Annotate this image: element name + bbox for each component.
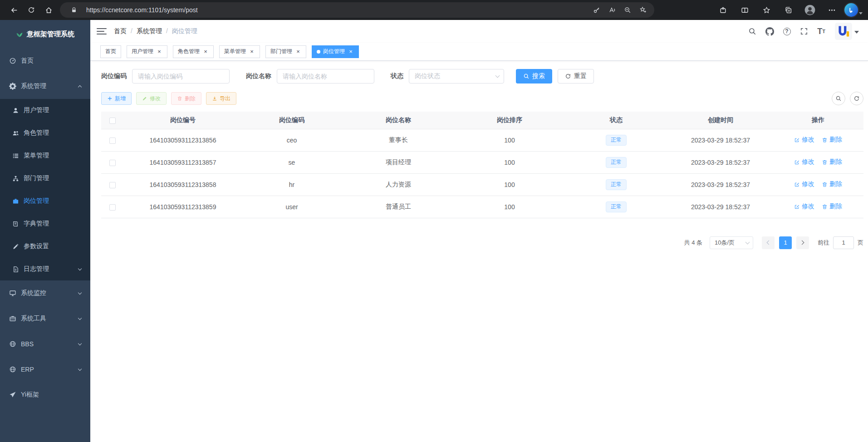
password-key-icon[interactable]: [589, 3, 604, 17]
user-avatar-menu[interactable]: [835, 23, 859, 40]
row-checkbox[interactable]: [109, 138, 116, 144]
sidebar-toggle[interactable]: [97, 27, 107, 35]
post-code-input[interactable]: [132, 69, 230, 83]
favorites-icon[interactable]: [757, 2, 775, 18]
chevron-down-icon: [78, 316, 82, 319]
github-icon[interactable]: [762, 24, 777, 39]
table-row[interactable]: 1641030593112313856 ceo 董事长 100 正常 2023-…: [101, 129, 863, 151]
extensions-icon[interactable]: [714, 2, 732, 18]
sidebar-item-param-settings[interactable]: 参数设置: [0, 235, 90, 258]
row-edit-link[interactable]: 修改: [794, 136, 814, 144]
sidebar-item-yi-framework[interactable]: Yi框架: [0, 382, 90, 408]
page-size-select[interactable]: 10条/页: [710, 236, 753, 249]
table-row[interactable]: 1641030593112313858 hr 人力资源 100 正常 2023-…: [101, 173, 863, 196]
sidebar-item-user-management[interactable]: 用户管理: [0, 99, 90, 122]
sidebar-item-erp[interactable]: ERP: [0, 357, 90, 382]
row-checkbox[interactable]: [109, 204, 116, 211]
sidebar-item-bbs[interactable]: BBS: [0, 331, 90, 357]
cell-post-name: 普通员工: [342, 196, 455, 218]
close-icon[interactable]: ×: [249, 49, 255, 55]
row-delete-link[interactable]: 删除: [822, 202, 842, 211]
row-delete-link[interactable]: 删除: [822, 136, 842, 144]
sidebar-item-system-tools[interactable]: 系统工具: [0, 306, 90, 331]
sidebar-item-log-management[interactable]: 日志管理: [0, 258, 90, 280]
breadcrumb-system[interactable]: 系统管理: [137, 27, 168, 35]
sidebar-item-system-management[interactable]: 系统管理: [0, 74, 90, 99]
sidebar-item-post-management[interactable]: 岗位管理: [0, 190, 90, 212]
page-number-button[interactable]: 1: [779, 236, 792, 249]
select-all-checkbox[interactable]: [109, 118, 116, 124]
row-edit-link[interactable]: 修改: [794, 202, 814, 211]
read-aloud-icon[interactable]: [604, 3, 620, 17]
reset-button[interactable]: 重置: [558, 69, 594, 83]
post-name-label: 岗位名称: [246, 72, 271, 80]
next-page-button[interactable]: [796, 236, 809, 249]
sidebar-item-dict-management[interactable]: 字典管理: [0, 212, 90, 235]
settings-menu-icon[interactable]: [823, 2, 841, 18]
search-button[interactable]: 搜索: [516, 69, 552, 83]
tab-user-management[interactable]: 用户管理 ×: [127, 45, 167, 58]
close-icon[interactable]: ×: [156, 49, 162, 55]
close-icon[interactable]: ×: [202, 49, 209, 55]
sidebar-item-role-management[interactable]: 角色管理: [0, 122, 90, 144]
export-button[interactable]: 导出: [206, 92, 236, 105]
row-edit-link[interactable]: 修改: [794, 158, 814, 166]
fullscreen-icon[interactable]: [797, 24, 811, 39]
tab-home[interactable]: 首页: [100, 45, 121, 58]
edit-icon: [794, 137, 800, 143]
refresh-icon: [565, 73, 571, 79]
total-count: 共 4 条: [684, 239, 702, 247]
breadcrumb: 首页 系统管理 岗位管理: [114, 27, 197, 35]
browser-back-button[interactable]: [5, 2, 23, 18]
sidebar-item-system-monitor[interactable]: 系统监控: [0, 280, 90, 306]
chevron-down-icon: [78, 341, 82, 345]
app-navbar: 首页 系统管理 岗位管理 ? TT: [90, 20, 868, 43]
site-security-icon[interactable]: [66, 3, 82, 17]
delete-button[interactable]: 删除: [171, 92, 201, 105]
url-text[interactable]: https://ccnetcore.com:1101/system/post: [86, 6, 589, 14]
close-icon[interactable]: ×: [295, 49, 301, 55]
row-edit-link[interactable]: 修改: [794, 180, 814, 188]
row-checkbox[interactable]: [109, 182, 116, 188]
zoom-out-icon[interactable]: [620, 3, 635, 17]
status-label: 状态: [391, 72, 403, 80]
chevron-down-icon: [78, 367, 82, 370]
goto-page-input[interactable]: [833, 236, 854, 249]
profile-avatar[interactable]: [801, 2, 819, 18]
sidebar-item-menu-management[interactable]: 菜单管理: [0, 144, 90, 167]
address-bar[interactable]: https://ccnetcore.com:1101/system/post: [60, 2, 654, 18]
refresh-table-button[interactable]: [850, 92, 863, 105]
close-icon[interactable]: ×: [348, 49, 354, 55]
table-row[interactable]: 1641030593112313857 se 项目经理 100 正常 2023-…: [101, 151, 863, 173]
copilot-bing-icon[interactable]: [844, 2, 863, 18]
browser-refresh-button[interactable]: [23, 2, 40, 18]
sidebar-item-home[interactable]: 首页: [0, 48, 90, 74]
tab-post-management[interactable]: 岗位管理 ×: [312, 45, 359, 58]
row-delete-link[interactable]: 删除: [822, 158, 842, 166]
add-button[interactable]: 新增: [101, 92, 132, 105]
status-select[interactable]: 岗位状态: [409, 69, 504, 83]
sidebar-menu: 首页 系统管理 用户管理: [0, 48, 90, 408]
sidebar-item-dept-management[interactable]: 部门管理: [0, 167, 90, 190]
browser-home-button[interactable]: [40, 2, 57, 18]
row-checkbox[interactable]: [109, 160, 116, 166]
collections-icon[interactable]: [779, 2, 797, 18]
post-name-input[interactable]: [277, 69, 374, 83]
add-favorite-star-icon[interactable]: [635, 3, 651, 17]
prev-page-button[interactable]: [762, 236, 775, 249]
tab-menu-management[interactable]: 菜单管理 ×: [219, 45, 260, 58]
show-search-toggle-button[interactable]: [832, 92, 845, 105]
table-row[interactable]: 1641030593112313859 user 普通员工 100 正常 202…: [101, 196, 863, 218]
row-delete-link[interactable]: 删除: [822, 180, 842, 188]
refresh-icon: [28, 6, 35, 14]
cell-post-code: se: [242, 151, 342, 173]
toolbox-icon: [9, 315, 16, 322]
tab-dept-management[interactable]: 部门管理 ×: [265, 45, 306, 58]
edit-button[interactable]: 修改: [136, 92, 167, 105]
search-icon[interactable]: [745, 24, 760, 39]
breadcrumb-home[interactable]: 首页: [114, 27, 132, 35]
split-screen-icon[interactable]: [736, 2, 754, 18]
font-size-icon[interactable]: TT: [814, 24, 829, 39]
help-icon[interactable]: ?: [780, 24, 794, 39]
tab-role-management[interactable]: 角色管理 ×: [173, 45, 214, 58]
